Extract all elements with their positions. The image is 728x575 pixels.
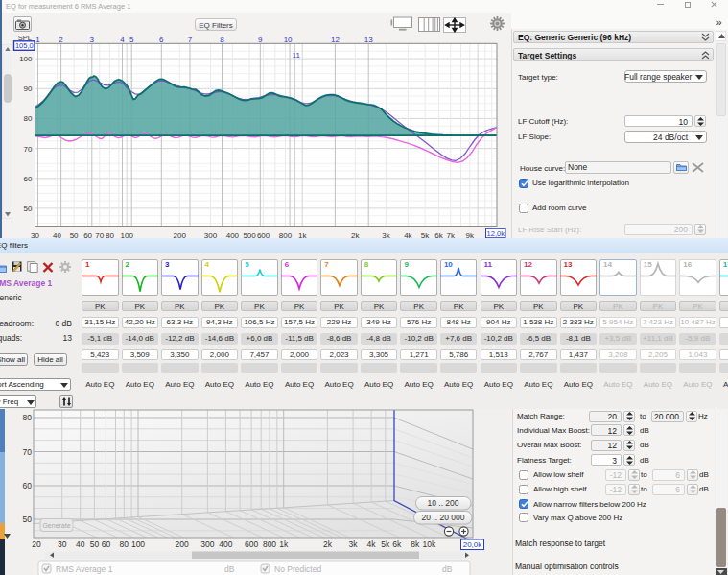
svg-text:80: 80: [120, 539, 129, 549]
svg-text:2: 2: [59, 36, 63, 44]
svg-text:40: 40: [76, 539, 85, 549]
svg-text:30: 30: [58, 539, 67, 549]
svg-text:1k: 1k: [279, 539, 289, 549]
svg-text:11: 11: [293, 51, 301, 60]
svg-text:5k: 5k: [381, 539, 390, 549]
svg-text:6: 6: [159, 36, 164, 44]
svg-text:12,0k: 12,0k: [487, 229, 505, 238]
svg-text:800: 800: [263, 539, 276, 549]
svg-text:100: 100: [131, 539, 145, 549]
svg-text:4k: 4k: [367, 539, 377, 549]
svg-text:20: 20: [32, 539, 41, 549]
svg-text:5: 5: [129, 36, 134, 44]
svg-text:6k: 6k: [392, 539, 402, 549]
svg-text:10k: 10k: [423, 539, 436, 549]
svg-text:70: 70: [23, 447, 33, 457]
svg-text:No Predicted: No Predicted: [274, 564, 321, 574]
svg-text:90: 90: [24, 84, 33, 93]
svg-text:50: 50: [23, 515, 33, 524]
svg-text:80: 80: [23, 413, 33, 422]
svg-text:13: 13: [364, 36, 373, 44]
svg-text:8: 8: [220, 36, 224, 44]
svg-text:70: 70: [24, 145, 33, 154]
svg-text:dB: dB: [224, 564, 235, 574]
svg-text:400: 400: [219, 539, 232, 549]
svg-text:100: 100: [19, 55, 33, 63]
svg-text:600: 600: [245, 539, 258, 549]
svg-text:60: 60: [24, 175, 33, 183]
svg-text:Generate: Generate: [42, 522, 70, 529]
svg-text:12: 12: [331, 36, 340, 44]
svg-text:60: 60: [23, 481, 33, 491]
svg-text:300: 300: [200, 539, 214, 549]
svg-text:20,0k: 20,0k: [463, 540, 483, 549]
svg-text:50: 50: [24, 204, 33, 213]
svg-text:105,0: 105,0: [15, 41, 34, 50]
svg-text:1: 1: [35, 36, 40, 44]
svg-text:7: 7: [188, 36, 193, 44]
svg-text:10 .. 200: 10 .. 200: [427, 498, 458, 508]
svg-text:2k: 2k: [323, 539, 333, 549]
svg-text:4: 4: [120, 36, 125, 44]
svg-text:3: 3: [90, 36, 95, 44]
svg-text:20 .. 20 000: 20 .. 20 000: [422, 513, 465, 522]
svg-text:RMS Average 1: RMS Average 1: [56, 564, 113, 574]
svg-text:3k: 3k: [349, 539, 359, 549]
svg-text:60: 60: [102, 539, 111, 549]
svg-text:50: 50: [90, 539, 100, 549]
svg-text:9: 9: [258, 36, 263, 44]
svg-text:80: 80: [24, 114, 33, 123]
svg-text:200: 200: [176, 539, 189, 549]
svg-text:8k: 8k: [411, 539, 420, 549]
svg-text:10: 10: [284, 36, 293, 44]
svg-text:dB: dB: [442, 564, 453, 574]
